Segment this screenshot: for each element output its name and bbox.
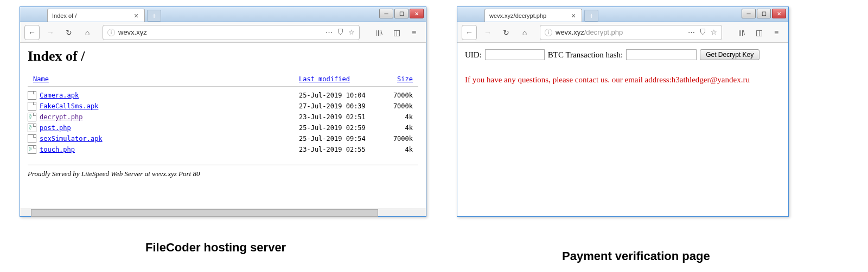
url-text: wevx.xyz/decrypt.php (556, 28, 688, 36)
bookmark-icon[interactable]: ☆ (711, 28, 717, 36)
forward-button[interactable]: → (480, 25, 495, 40)
file-size: 7000k (380, 92, 413, 99)
minimize-button[interactable]: ─ (742, 9, 756, 18)
file-modified: 25-Jul-2019 02:59 (299, 124, 380, 132)
server-footer: Proudly Served by LiteSpeed Web Server a… (28, 170, 418, 178)
file-modified: 27-Jul-2019 00:39 (299, 102, 380, 110)
tab-title: Index of / (52, 12, 132, 19)
maximize-button[interactable]: ☐ (757, 9, 771, 18)
decrypt-form: UID: BTC Transaction hash: Get Decrypt K… (465, 48, 781, 61)
file-size: 4k (380, 113, 413, 121)
caption-left: FileCoder hosting server (145, 241, 286, 255)
page-content: Index of / Name Last modified Size Camer… (20, 43, 426, 209)
url-actions: ⋯ ⛉ ☆ (688, 28, 717, 36)
reload-button[interactable]: ↻ (61, 25, 76, 40)
home-button[interactable]: ⌂ (80, 25, 95, 40)
reader-icon[interactable]: ⛉ (699, 28, 706, 36)
bookmark-icon[interactable]: ☆ (348, 28, 355, 36)
maximize-button[interactable]: ☐ (394, 9, 409, 18)
file-size: 4k (380, 146, 413, 153)
library-icon[interactable]: |||\ (372, 25, 387, 40)
caption-right: Payment verification page (562, 249, 710, 263)
window-controls: ─ ☐ ✕ (742, 9, 786, 18)
file-modified: 25-Jul-2019 10:04 (299, 92, 380, 99)
file-modified: 25-Jul-2019 09:54 (299, 135, 380, 143)
site-info-icon[interactable]: i (545, 29, 552, 36)
uid-label: UID: (465, 50, 482, 60)
file-link[interactable]: decrypt.php (40, 113, 82, 121)
back-button[interactable]: ← (24, 25, 40, 40)
file-modified: 23-Jul-2019 02:55 (299, 146, 380, 153)
page-actions-icon[interactable]: ⋯ (688, 28, 695, 36)
window-controls: ─ ☐ ✕ (379, 9, 424, 18)
file-icon (28, 124, 36, 132)
table-row: post.php25-Jul-2019 02:594k (28, 122, 413, 133)
browser-toolbar: ← → ↻ ⌂ i wevx.xyz/decrypt.php ⋯ ⛉ ☆ |||… (457, 22, 788, 43)
new-tab-button[interactable]: + (584, 10, 598, 22)
page-heading: Index of / (28, 48, 418, 64)
minimize-button[interactable]: ─ (379, 9, 393, 18)
table-row: decrypt.php23-Jul-2019 02:514k (28, 112, 413, 122)
site-info-icon[interactable]: i (107, 29, 115, 36)
url-bar[interactable]: i wevx.xyz ⋯ ⛉ ☆ (103, 25, 360, 40)
reader-icon[interactable]: ⛉ (337, 28, 344, 36)
uid-input[interactable] (485, 49, 545, 60)
sidebar-icon[interactable]: ◫ (751, 25, 767, 40)
sort-size-link[interactable]: Size (397, 75, 413, 83)
sort-modified-link[interactable]: Last modified (299, 75, 350, 83)
file-icon (28, 113, 36, 121)
file-icon (28, 91, 36, 100)
file-link[interactable]: Camera.apk (40, 92, 79, 99)
table-row: FakeCallSms.apk27-Jul-2019 00:397000k (28, 101, 413, 112)
browser-tab[interactable]: wevx.xyz/decrypt.php × (484, 9, 582, 22)
file-link[interactable]: sexSimulator.apk (40, 135, 103, 143)
file-size: 7000k (380, 102, 413, 110)
file-icon (28, 134, 36, 143)
file-link[interactable]: touch.php (40, 146, 75, 153)
horizontal-scrollbar[interactable] (20, 209, 426, 216)
file-icon (28, 102, 36, 111)
file-size: 7000k (380, 135, 413, 143)
url-actions: ⋯ ⛉ ☆ (326, 28, 355, 36)
table-row: Camera.apk25-Jul-2019 10:047000k (28, 90, 413, 101)
browser-window-hosting: Index of / × + ─ ☐ ✕ ← → ↻ ⌂ i wevx.xyz … (20, 7, 426, 217)
file-link[interactable]: post.php (40, 124, 71, 132)
titlebar: wevx.xyz/decrypt.php × + ─ ☐ ✕ (457, 7, 788, 22)
file-size: 4k (380, 124, 413, 132)
file-icon (28, 145, 36, 154)
btc-label: BTC Transaction hash: (548, 50, 623, 60)
table-row: touch.php23-Jul-2019 02:554k (28, 144, 413, 155)
menu-icon[interactable]: ≡ (406, 25, 422, 40)
new-tab-button[interactable]: + (147, 10, 161, 22)
close-window-button[interactable]: ✕ (772, 9, 786, 18)
contact-message: If you have any questions, please contac… (465, 75, 781, 85)
browser-tab[interactable]: Index of / × (47, 9, 145, 22)
browser-window-payment: wevx.xyz/decrypt.php × + ─ ☐ ✕ ← → ↻ ⌂ i… (457, 7, 789, 217)
scroll-thumb[interactable] (31, 209, 378, 217)
divider (28, 165, 418, 165)
page-content: UID: BTC Transaction hash: Get Decrypt K… (457, 43, 788, 209)
file-link[interactable]: FakeCallSms.apk (40, 102, 98, 110)
table-row: sexSimulator.apk25-Jul-2019 09:547000k (28, 133, 413, 144)
home-button[interactable]: ⌂ (517, 25, 532, 40)
close-tab-icon[interactable]: × (570, 12, 577, 20)
btc-hash-input[interactable] (626, 49, 697, 60)
library-icon[interactable]: |||\ (734, 25, 749, 40)
tab-title: wevx.xyz/decrypt.php (489, 12, 570, 19)
sidebar-icon[interactable]: ◫ (389, 25, 404, 40)
forward-button[interactable]: → (43, 25, 58, 40)
back-button[interactable]: ← (462, 25, 477, 40)
close-tab-icon[interactable]: × (132, 12, 140, 20)
menu-icon[interactable]: ≡ (769, 25, 784, 40)
page-actions-icon[interactable]: ⋯ (326, 28, 333, 36)
url-bar[interactable]: i wevx.xyz/decrypt.php ⋯ ⛉ ☆ (540, 25, 722, 40)
get-decrypt-key-button[interactable]: Get Decrypt Key (700, 49, 760, 60)
file-modified: 23-Jul-2019 02:51 (299, 113, 380, 121)
sort-name-link[interactable]: Name (33, 75, 49, 83)
reload-button[interactable]: ↻ (499, 25, 514, 40)
browser-toolbar: ← → ↻ ⌂ i wevx.xyz ⋯ ⛉ ☆ |||\ ◫ ≡ (20, 22, 426, 43)
close-window-button[interactable]: ✕ (410, 9, 424, 18)
directory-header: Name Last modified Size (28, 70, 418, 87)
url-text: wevx.xyz (118, 28, 326, 36)
directory-listing: Camera.apk25-Jul-2019 10:047000kFakeCall… (28, 87, 418, 160)
